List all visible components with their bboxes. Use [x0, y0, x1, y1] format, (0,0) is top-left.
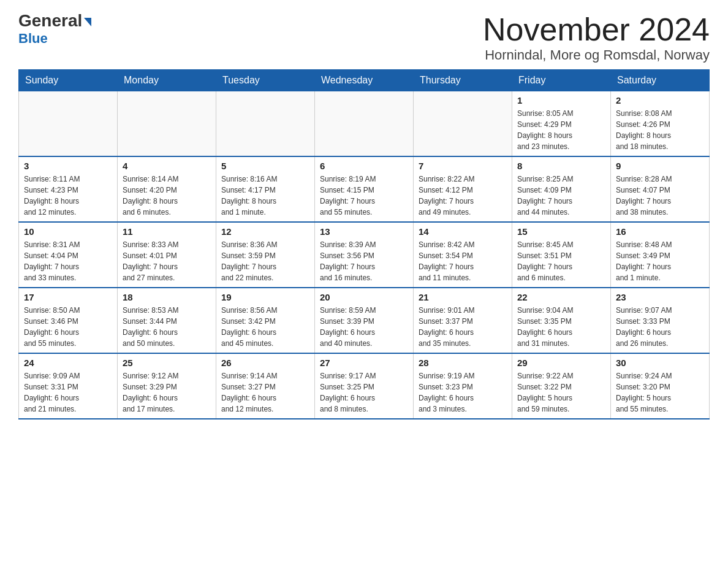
- calendar-header-row: Sunday Monday Tuesday Wednesday Thursday…: [19, 70, 710, 91]
- table-row: [118, 91, 216, 157]
- day-info: Sunrise: 9:09 AM Sunset: 3:31 PM Dayligh…: [24, 370, 112, 415]
- day-number: 3: [24, 161, 112, 171]
- day-info: Sunrise: 8:08 AM Sunset: 4:26 PM Dayligh…: [616, 108, 704, 152]
- day-info: Sunrise: 8:14 AM Sunset: 4:20 PM Dayligh…: [123, 174, 211, 218]
- day-number: 23: [616, 292, 704, 302]
- day-info: Sunrise: 9:22 AM Sunset: 3:22 PM Dayligh…: [517, 370, 605, 415]
- day-info: Sunrise: 8:31 AM Sunset: 4:04 PM Dayligh…: [24, 239, 112, 283]
- day-info: Sunrise: 8:05 AM Sunset: 4:29 PM Dayligh…: [517, 108, 605, 152]
- logo-blue-line: Blue: [18, 31, 48, 47]
- day-info: Sunrise: 8:28 AM Sunset: 4:07 PM Dayligh…: [616, 174, 704, 218]
- day-info: Sunrise: 9:07 AM Sunset: 3:33 PM Dayligh…: [616, 305, 704, 349]
- day-number: 19: [221, 292, 309, 302]
- day-info: Sunrise: 8:53 AM Sunset: 3:44 PM Dayligh…: [123, 305, 211, 349]
- table-row: 3Sunrise: 8:11 AM Sunset: 4:23 PM Daylig…: [19, 156, 118, 222]
- table-row: 6Sunrise: 8:19 AM Sunset: 4:15 PM Daylig…: [315, 156, 414, 222]
- table-row: 19Sunrise: 8:56 AM Sunset: 3:42 PM Dayli…: [216, 288, 315, 353]
- table-row: 30Sunrise: 9:24 AM Sunset: 3:20 PM Dayli…: [611, 353, 710, 419]
- col-sunday: Sunday: [19, 70, 118, 91]
- table-row: 24Sunrise: 9:09 AM Sunset: 3:31 PM Dayli…: [19, 353, 118, 419]
- logo-text: General: [18, 12, 91, 29]
- table-row: 21Sunrise: 9:01 AM Sunset: 3:37 PM Dayli…: [414, 288, 512, 353]
- day-number: 17: [24, 292, 112, 302]
- table-row: 9Sunrise: 8:28 AM Sunset: 4:07 PM Daylig…: [611, 156, 710, 222]
- table-row: 7Sunrise: 8:22 AM Sunset: 4:12 PM Daylig…: [414, 156, 512, 222]
- table-row: 29Sunrise: 9:22 AM Sunset: 3:22 PM Dayli…: [512, 353, 611, 419]
- day-number: 26: [221, 358, 309, 368]
- calendar-week-row: 24Sunrise: 9:09 AM Sunset: 3:31 PM Dayli…: [19, 353, 710, 419]
- day-number: 30: [616, 358, 704, 368]
- day-info: Sunrise: 8:33 AM Sunset: 4:01 PM Dayligh…: [123, 239, 211, 283]
- day-info: Sunrise: 8:45 AM Sunset: 3:51 PM Dayligh…: [517, 239, 605, 283]
- table-row: 17Sunrise: 8:50 AM Sunset: 3:46 PM Dayli…: [19, 288, 118, 353]
- table-row: 2Sunrise: 8:08 AM Sunset: 4:26 PM Daylig…: [611, 91, 710, 157]
- day-number: 27: [320, 358, 408, 368]
- day-info: Sunrise: 9:24 AM Sunset: 3:20 PM Dayligh…: [616, 370, 704, 415]
- day-number: 5: [221, 161, 309, 171]
- day-info: Sunrise: 9:14 AM Sunset: 3:27 PM Dayligh…: [221, 370, 309, 415]
- table-row: 28Sunrise: 9:19 AM Sunset: 3:23 PM Dayli…: [414, 353, 512, 419]
- day-number: 7: [419, 161, 507, 171]
- col-wednesday: Wednesday: [315, 70, 414, 91]
- day-number: 24: [24, 358, 112, 368]
- calendar-subtitle: Hornindal, More og Romsdal, Norway: [483, 47, 710, 63]
- day-number: 15: [517, 226, 605, 237]
- logo: General Blue: [18, 12, 91, 47]
- day-number: 2: [616, 95, 704, 105]
- page-header: General Blue November 2024 Hornindal, Mo…: [18, 12, 710, 63]
- table-row: 14Sunrise: 8:42 AM Sunset: 3:54 PM Dayli…: [414, 222, 512, 288]
- table-row: [19, 91, 118, 157]
- day-info: Sunrise: 8:19 AM Sunset: 4:15 PM Dayligh…: [320, 174, 408, 218]
- table-row: [414, 91, 512, 157]
- day-info: Sunrise: 8:48 AM Sunset: 3:49 PM Dayligh…: [616, 239, 704, 283]
- day-number: 12: [221, 226, 309, 237]
- day-info: Sunrise: 8:36 AM Sunset: 3:59 PM Dayligh…: [221, 239, 309, 283]
- col-tuesday: Tuesday: [216, 70, 315, 91]
- day-number: 4: [123, 161, 211, 171]
- col-friday: Friday: [512, 70, 611, 91]
- title-block: November 2024 Hornindal, More og Romsdal…: [483, 12, 710, 63]
- day-info: Sunrise: 8:22 AM Sunset: 4:12 PM Dayligh…: [419, 174, 507, 218]
- day-number: 9: [616, 161, 704, 171]
- col-thursday: Thursday: [414, 70, 512, 91]
- day-number: 18: [123, 292, 211, 302]
- day-number: 25: [123, 358, 211, 368]
- day-number: 28: [419, 358, 507, 368]
- day-info: Sunrise: 8:11 AM Sunset: 4:23 PM Dayligh…: [24, 174, 112, 218]
- day-info: Sunrise: 9:04 AM Sunset: 3:35 PM Dayligh…: [517, 305, 605, 349]
- day-info: Sunrise: 9:17 AM Sunset: 3:25 PM Dayligh…: [320, 370, 408, 415]
- day-info: Sunrise: 9:01 AM Sunset: 3:37 PM Dayligh…: [419, 305, 507, 349]
- day-number: 6: [320, 161, 408, 171]
- table-row: 16Sunrise: 8:48 AM Sunset: 3:49 PM Dayli…: [611, 222, 710, 288]
- table-row: 22Sunrise: 9:04 AM Sunset: 3:35 PM Dayli…: [512, 288, 611, 353]
- table-row: 11Sunrise: 8:33 AM Sunset: 4:01 PM Dayli…: [118, 222, 216, 288]
- day-info: Sunrise: 8:42 AM Sunset: 3:54 PM Dayligh…: [419, 239, 507, 283]
- day-number: 20: [320, 292, 408, 302]
- day-info: Sunrise: 8:56 AM Sunset: 3:42 PM Dayligh…: [221, 305, 309, 349]
- calendar-week-row: 1Sunrise: 8:05 AM Sunset: 4:29 PM Daylig…: [19, 91, 710, 157]
- day-info: Sunrise: 8:59 AM Sunset: 3:39 PM Dayligh…: [320, 305, 408, 349]
- calendar-table: Sunday Monday Tuesday Wednesday Thursday…: [18, 69, 710, 419]
- table-row: [216, 91, 315, 157]
- day-number: 14: [419, 226, 507, 237]
- day-number: 16: [616, 226, 704, 237]
- table-row: 1Sunrise: 8:05 AM Sunset: 4:29 PM Daylig…: [512, 91, 611, 157]
- calendar-week-row: 3Sunrise: 8:11 AM Sunset: 4:23 PM Daylig…: [19, 156, 710, 222]
- table-row: 13Sunrise: 8:39 AM Sunset: 3:56 PM Dayli…: [315, 222, 414, 288]
- day-info: Sunrise: 9:12 AM Sunset: 3:29 PM Dayligh…: [123, 370, 211, 415]
- table-row: 8Sunrise: 8:25 AM Sunset: 4:09 PM Daylig…: [512, 156, 611, 222]
- day-number: 21: [419, 292, 507, 302]
- day-number: 10: [24, 226, 112, 237]
- table-row: 26Sunrise: 9:14 AM Sunset: 3:27 PM Dayli…: [216, 353, 315, 419]
- day-info: Sunrise: 8:16 AM Sunset: 4:17 PM Dayligh…: [221, 174, 309, 218]
- day-number: 29: [517, 358, 605, 368]
- table-row: 18Sunrise: 8:53 AM Sunset: 3:44 PM Dayli…: [118, 288, 216, 353]
- table-row: [315, 91, 414, 157]
- table-row: 15Sunrise: 8:45 AM Sunset: 3:51 PM Dayli…: [512, 222, 611, 288]
- day-number: 8: [517, 161, 605, 171]
- calendar-title: November 2024: [483, 12, 710, 47]
- table-row: 12Sunrise: 8:36 AM Sunset: 3:59 PM Dayli…: [216, 222, 315, 288]
- day-info: Sunrise: 9:19 AM Sunset: 3:23 PM Dayligh…: [419, 370, 507, 415]
- day-info: Sunrise: 8:25 AM Sunset: 4:09 PM Dayligh…: [517, 174, 605, 218]
- day-number: 11: [123, 226, 211, 237]
